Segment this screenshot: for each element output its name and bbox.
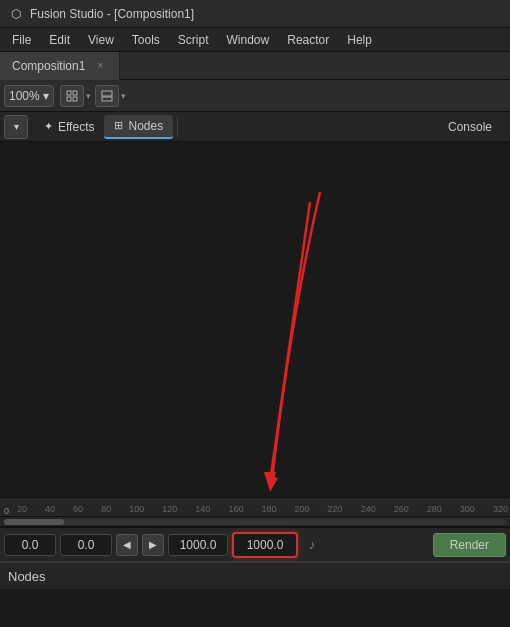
ruler-label-20: 20 — [17, 504, 27, 514]
prev-frame-icon: ◀ — [123, 539, 131, 550]
ruler-label-80: 80 — [101, 504, 111, 514]
effects-icon: ✦ — [44, 120, 53, 133]
current-frame-field[interactable]: 0.0 — [60, 534, 112, 556]
tab-nodes[interactable]: ⊞ Nodes — [104, 115, 173, 139]
main-canvas — [0, 142, 510, 497]
tab-console[interactable]: Console — [438, 115, 502, 139]
audio-button[interactable]: ♪ — [302, 535, 322, 555]
menu-view[interactable]: View — [80, 31, 122, 49]
end-frame-field[interactable]: 1000.0 — [168, 534, 228, 556]
transport-bar: 0.0 0.0 ◀ ▶ 1000.0 1000.0 ♪ Render — [0, 527, 510, 561]
svg-marker-8 — [265, 474, 278, 492]
tab-bar: Composition1 × — [0, 52, 510, 80]
timeline-ruler: 0 20 40 60 80 100 120 140 160 180 200 22… — [0, 497, 510, 517]
svg-rect-3 — [73, 97, 77, 101]
ruler-label-200: 200 — [295, 504, 310, 514]
tab-close-button[interactable]: × — [93, 59, 107, 73]
composition-tab[interactable]: Composition1 × — [0, 52, 120, 80]
start-frame-field[interactable]: 0.0 — [4, 534, 56, 556]
zoom-label: 100% — [9, 89, 40, 103]
app-icon: ⬡ — [8, 6, 24, 22]
menu-tools[interactable]: Tools — [124, 31, 168, 49]
menu-window[interactable]: Window — [219, 31, 278, 49]
nodes-label: Nodes — [128, 119, 163, 133]
menu-bar: File Edit View Tools Script Window React… — [0, 28, 510, 52]
toolbar: 100% ▾ ▾ ▾ — [0, 80, 510, 112]
ruler-label-220: 220 — [328, 504, 343, 514]
menu-reactor[interactable]: Reactor — [279, 31, 337, 49]
layout-chevron-2-icon: ▾ — [121, 91, 126, 101]
title-bar: ⬡ Fusion Studio - [Composition1] — [0, 0, 510, 28]
collapse-icon: ▾ — [14, 121, 19, 132]
scroll-track[interactable] — [4, 519, 506, 525]
svg-marker-7 — [264, 472, 276, 490]
menu-edit[interactable]: Edit — [41, 31, 78, 49]
tab-label: Composition1 — [12, 59, 85, 73]
nodes-bar: Nodes — [0, 561, 510, 589]
ruler-marks: 0 20 40 60 80 100 120 140 160 180 200 22… — [0, 498, 510, 516]
annotation-arrow — [0, 142, 510, 497]
ruler-label-160: 160 — [228, 504, 243, 514]
svg-rect-2 — [67, 97, 71, 101]
zoom-dropdown[interactable]: 100% ▾ — [4, 85, 54, 107]
menu-help[interactable]: Help — [339, 31, 380, 49]
next-frame-button[interactable]: ▶ — [142, 534, 164, 556]
ruler-label-40: 40 — [45, 504, 55, 514]
render-end-frame-value: 1000.0 — [247, 538, 284, 552]
effects-label: Effects — [58, 120, 94, 134]
ruler-label-300: 300 — [460, 504, 475, 514]
ruler-label-320: 320 — [493, 504, 508, 514]
app-title: Fusion Studio - [Composition1] — [30, 7, 194, 21]
zoom-chevron-icon: ▾ — [43, 89, 49, 103]
end-frame-value: 1000.0 — [180, 538, 217, 552]
console-label: Console — [448, 120, 492, 134]
ruler-label-100: 100 — [129, 504, 144, 514]
panel-tab-separator — [177, 117, 178, 137]
timeline-scrollbar[interactable] — [0, 517, 510, 527]
ruler-label-0: 0 — [2, 506, 9, 516]
tab-effects[interactable]: ✦ Effects — [34, 115, 104, 139]
svg-rect-5 — [102, 97, 112, 101]
current-frame-value: 0.0 — [78, 538, 95, 552]
render-label: Render — [450, 538, 489, 552]
ruler-label-240: 240 — [361, 504, 376, 514]
render-end-frame-field[interactable]: 1000.0 — [232, 532, 298, 558]
ruler-label-120: 120 — [162, 504, 177, 514]
ruler-label-60: 60 — [73, 504, 83, 514]
panel-tabs: ▾ ✦ Effects ⊞ Nodes Console — [0, 112, 510, 142]
svg-rect-1 — [73, 91, 77, 95]
ruler-label-280: 280 — [427, 504, 442, 514]
next-frame-icon: ▶ — [149, 539, 157, 550]
layout-btn-1[interactable] — [60, 85, 84, 107]
audio-icon: ♪ — [309, 538, 315, 552]
prev-frame-button[interactable]: ◀ — [116, 534, 138, 556]
panel-collapse-button[interactable]: ▾ — [4, 115, 28, 139]
nodes-bar-label: Nodes — [8, 569, 46, 584]
ruler-label-140: 140 — [195, 504, 210, 514]
scroll-thumb[interactable] — [4, 519, 64, 525]
menu-file[interactable]: File — [4, 31, 39, 49]
layout-btn-2[interactable] — [95, 85, 119, 107]
start-frame-value: 0.0 — [22, 538, 39, 552]
layout-chevron-icon: ▾ — [86, 91, 91, 101]
nodes-icon: ⊞ — [114, 119, 123, 132]
svg-rect-4 — [102, 91, 112, 96]
svg-line-6 — [270, 202, 310, 482]
menu-script[interactable]: Script — [170, 31, 217, 49]
ruler-label-260: 260 — [394, 504, 409, 514]
svg-rect-0 — [67, 91, 71, 95]
ruler-label-180: 180 — [261, 504, 276, 514]
render-button[interactable]: Render — [433, 533, 506, 557]
